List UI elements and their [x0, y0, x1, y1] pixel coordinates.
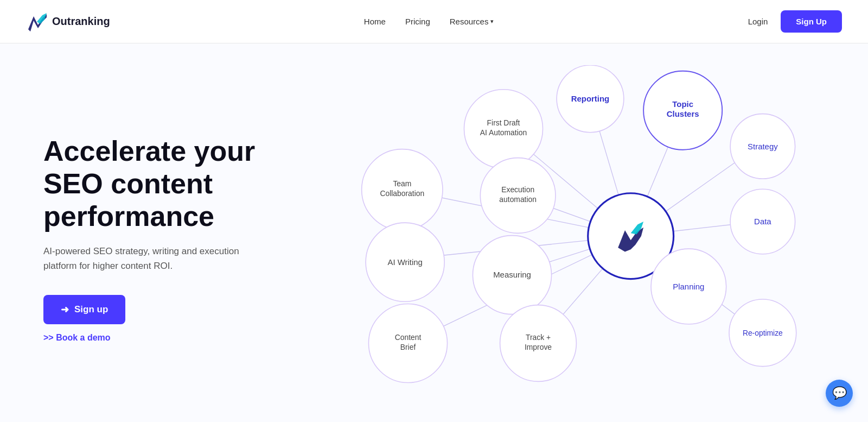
hero-left: Accelerate your SEO content performance … [43, 135, 304, 343]
signup-button-hero[interactable]: ➜ Sign up [43, 295, 125, 324]
node-topic-clusters-label: Topic [672, 99, 693, 109]
node-data-label: Data [754, 217, 771, 226]
chat-icon: 💬 [832, 386, 847, 400]
node-re-optimize-label: Re-optimize [743, 329, 783, 337]
node-team-collab-label: Team [393, 179, 411, 188]
nav-right: Login Sign Up [748, 10, 842, 33]
node-planning-label: Planning [673, 282, 704, 291]
signup-label: Sign up [74, 304, 108, 315]
svg-text:Collaboration: Collaboration [380, 189, 424, 198]
hero-title: Accelerate your SEO content performance [43, 135, 304, 232]
hero-actions: ➜ Sign up >> Book a demo [43, 295, 304, 343]
nav-home[interactable]: Home [364, 17, 386, 26]
chat-widget[interactable]: 💬 [826, 380, 853, 407]
resources-chevron-icon: ▾ [490, 18, 494, 25]
node-reporting-label: Reporting [571, 94, 609, 103]
login-button[interactable]: Login [748, 17, 768, 26]
brand-logo[interactable]: Outranking [26, 11, 110, 33]
node-strategy-label: Strategy [748, 142, 778, 151]
hero-section: Accelerate your SEO content performance … [0, 43, 868, 422]
signup-button-nav[interactable]: Sign Up [781, 10, 842, 33]
svg-text:Clusters: Clusters [667, 109, 699, 118]
diagram-svg: First Draft AI Automation Reporting Topi… [304, 65, 842, 413]
node-execution-label: Execution [501, 185, 534, 194]
brand-name: Outranking [52, 15, 110, 28]
nav-pricing[interactable]: Pricing [405, 17, 430, 26]
navbar: Outranking Home Pricing Resources ▾ Logi… [0, 0, 868, 43]
feature-diagram: First Draft AI Automation Reporting Topi… [304, 65, 842, 413]
signup-arrow-icon: ➜ [61, 304, 69, 316]
nav-links: Home Pricing Resources ▾ [364, 17, 494, 26]
svg-text:Improve: Improve [525, 343, 552, 351]
book-demo-link[interactable]: >> Book a demo [43, 333, 304, 343]
svg-text:automation: automation [499, 195, 537, 204]
node-first-draft-label: First Draft [487, 118, 520, 127]
nav-resources-container: Resources ▾ [450, 17, 494, 26]
node-measuring-label: Measuring [493, 270, 531, 279]
svg-text:AI Automation: AI Automation [480, 128, 527, 137]
nav-resources[interactable]: Resources [450, 17, 489, 26]
node-ai-writing-label: AI Writing [387, 257, 422, 267]
node-track-improve-label: Track + [526, 333, 551, 342]
logo-icon [26, 11, 48, 33]
node-content-brief-label: Content [395, 333, 422, 342]
hero-subtitle: AI-powered SEO strategy, writing and exe… [43, 244, 271, 273]
svg-text:Brief: Brief [400, 343, 416, 351]
